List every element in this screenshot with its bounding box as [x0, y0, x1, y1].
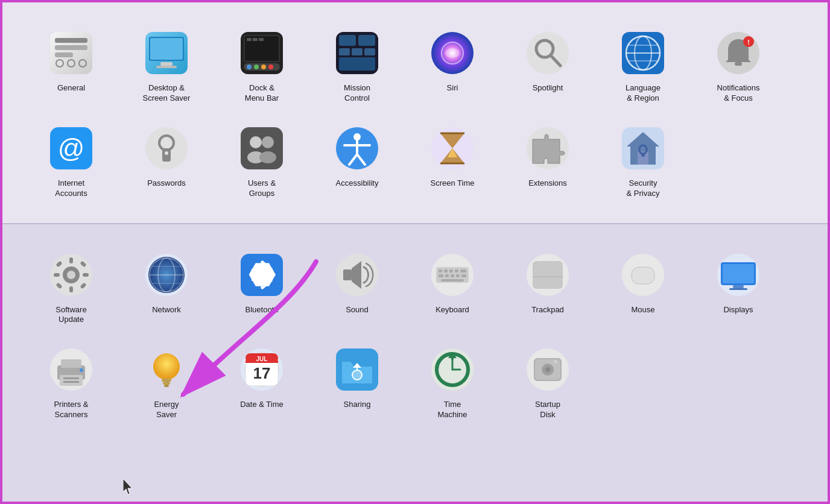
pref-general[interactable]: General	[27, 20, 116, 110]
svg-rect-114	[461, 274, 466, 277]
general-label: General	[57, 83, 85, 93]
svg-point-51	[165, 151, 168, 155]
security-label: Security& Privacy	[627, 178, 660, 199]
pref-printers-scanners[interactable]: Printers &Scanners	[27, 337, 116, 426]
spotlight-icon	[524, 29, 572, 77]
svg-rect-129	[61, 359, 81, 368]
energy-icon	[142, 345, 191, 394]
svg-rect-22	[268, 65, 273, 69]
svg-rect-81	[83, 273, 89, 277]
pref-bluetooth[interactable]: ⬣ Bluetooth	[217, 242, 306, 332]
bottom-grid: SoftwareUpdate	[27, 242, 803, 427]
pref-siri[interactable]: Siri	[408, 20, 497, 110]
pref-keyboard[interactable]: Keyboard	[408, 242, 497, 332]
pref-trackpad[interactable]: Trackpad	[503, 242, 592, 332]
timemachine-label: TimeMachine	[437, 400, 467, 420]
pref-mouse[interactable]: Mouse	[598, 242, 688, 332]
desktop-label: Desktop &Screen Saver	[143, 83, 191, 104]
language-label: Language& Region	[626, 83, 661, 104]
displays-icon	[714, 251, 762, 299]
trackpad-icon	[524, 251, 572, 299]
pref-language-region[interactable]: Language& Region	[598, 20, 688, 110]
startupdisk-label: StartupDisk	[535, 400, 560, 420]
svg-point-54	[262, 136, 274, 148]
pref-sharing[interactable]: Sharing	[312, 337, 402, 426]
svg-rect-16	[253, 38, 258, 41]
pref-extensions[interactable]: Extensions	[503, 116, 592, 205]
bluetooth-label: Bluetooth	[246, 305, 279, 315]
svg-point-159	[546, 368, 549, 371]
dock-label: Dock &Menu Bar	[245, 83, 279, 104]
svg-rect-80	[54, 273, 60, 277]
svg-rect-112	[451, 274, 454, 277]
bottom-section: SoftwareUpdate	[2, 224, 828, 502]
network-icon	[142, 251, 191, 299]
svg-point-33	[527, 32, 569, 74]
pref-internet-accounts[interactable]: @ InternetAccounts	[27, 116, 116, 205]
extensions-icon	[524, 124, 572, 172]
datetime-icon: JUL 17	[238, 345, 286, 394]
security-icon	[619, 124, 667, 172]
extensions-label: Extensions	[528, 178, 567, 189]
svg-rect-125	[733, 285, 744, 288]
internet-icon: @	[47, 124, 95, 172]
svg-point-74	[641, 153, 645, 157]
pref-date-time[interactable]: JUL 17 Date & Time	[217, 337, 306, 426]
svg-rect-126	[729, 288, 747, 290]
pref-screen-time[interactable]: Screen Time	[408, 116, 497, 205]
pref-dock-menu-bar[interactable]: Dock &Menu Bar	[217, 20, 306, 110]
keyboard-icon	[428, 251, 477, 299]
svg-rect-130	[60, 375, 83, 386]
svg-rect-120	[632, 267, 654, 284]
pref-spotlight[interactable]: Spotlight	[503, 20, 592, 110]
screentime-label: Screen Time	[431, 178, 475, 189]
mission-icon	[333, 29, 381, 77]
svg-rect-9	[150, 38, 183, 60]
pref-desktop-screen-saver[interactable]: Desktop &Screen Saver	[122, 20, 211, 110]
svg-rect-110	[439, 274, 443, 277]
sharing-label: Sharing	[344, 400, 371, 410]
svg-point-56	[259, 151, 276, 163]
desktop-icon	[142, 29, 191, 77]
sound-label: Sound	[346, 305, 369, 315]
svg-rect-109	[460, 269, 466, 272]
pref-startup-disk[interactable]: StartupDisk	[503, 337, 592, 426]
svg-point-146	[352, 370, 362, 380]
printers-icon	[47, 345, 95, 394]
system-preferences-window: General Desktop &Screen Saver	[2, 2, 828, 502]
softwareupdate-icon	[47, 251, 95, 299]
pref-time-machine[interactable]: TimeMachine	[408, 337, 497, 426]
pref-passwords[interactable]: Passwords	[122, 116, 211, 205]
svg-rect-27	[352, 48, 363, 55]
pref-users-groups[interactable]: Users &Groups	[217, 116, 306, 205]
svg-rect-1	[55, 38, 87, 43]
pref-mission-control[interactable]: MissionControl	[312, 20, 402, 110]
svg-rect-135	[162, 379, 171, 382]
svg-point-32	[445, 48, 460, 58]
pref-energy-saver[interactable]: EnergySaver	[122, 337, 211, 426]
svg-rect-29	[339, 57, 375, 71]
pref-accessibility[interactable]: Accessibility	[312, 116, 402, 205]
pref-notifications-focus[interactable]: ! Notifications& Focus	[694, 20, 783, 110]
svg-rect-2	[55, 45, 87, 50]
svg-rect-11	[156, 66, 177, 68]
svg-rect-24	[339, 35, 356, 46]
pref-network[interactable]: Network	[122, 242, 211, 332]
accessibility-label: Accessibility	[336, 178, 379, 189]
svg-text:@: @	[58, 133, 85, 163]
svg-rect-15	[247, 38, 252, 41]
svg-rect-137	[164, 385, 169, 387]
passwords-icon	[142, 124, 191, 172]
svg-rect-106	[444, 269, 448, 272]
notifications-icon: !	[714, 29, 762, 77]
svg-rect-115	[441, 279, 464, 282]
mission-label: MissionControl	[344, 83, 370, 104]
pref-sound[interactable]: Sound	[312, 242, 402, 332]
pref-software-update[interactable]: SoftwareUpdate	[27, 242, 116, 332]
softwareupdate-label: SoftwareUpdate	[55, 305, 86, 326]
pref-security-privacy[interactable]: Security& Privacy	[598, 116, 688, 205]
svg-rect-124	[723, 264, 754, 283]
svg-rect-21	[261, 65, 266, 69]
pref-displays[interactable]: Displays	[694, 242, 783, 332]
svg-rect-107	[449, 269, 453, 272]
